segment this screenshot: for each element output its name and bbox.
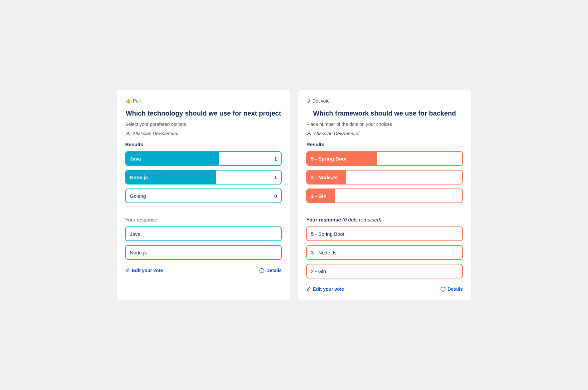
poll-author: Atlassian DevSamurai	[133, 131, 178, 136]
dotvote-header-label: Dot vote	[312, 98, 330, 104]
dotvote-response-springboot: 5 - Spring Boot	[306, 226, 463, 241]
dotvote-icon: ⊙	[306, 98, 310, 104]
poll-title: Which technology should we use for next …	[125, 109, 282, 118]
svg-point-2	[262, 269, 262, 270]
poll-footer: Edit your vote Details	[125, 268, 282, 273]
dotvote-details-button[interactable]: Details	[441, 286, 463, 292]
svg-point-5	[443, 288, 443, 288]
dotvote-person-icon	[306, 131, 312, 136]
dotvote-dots-remaining: (0 dots remained)	[342, 217, 382, 222]
poll-author-row: Atlassian DevSamurai	[125, 131, 282, 136]
poll-response-nodejs: Node.js	[125, 245, 282, 260]
dotvote-response-springboot-text: 5 - Spring Boot	[311, 231, 344, 237]
poll-header: 👍 Poll	[125, 98, 282, 104]
dotvote-author: Atlassian DevSamurai	[314, 131, 360, 136]
poll-edit-label: Edit your vote	[132, 268, 163, 273]
poll-icon: 👍	[125, 98, 131, 104]
dotvote-response-gin-text: 2 - Gin	[311, 268, 326, 274]
poll-results-label: Results	[125, 142, 282, 147]
svg-point-0	[127, 132, 129, 134]
poll-bar-java: Java 1	[125, 151, 282, 166]
dotvote-bar-nodejs: 3 - Node.Js	[306, 170, 463, 185]
poll-subtitle: Select your pprefered options	[125, 122, 282, 127]
dotvote-results-label: Results	[306, 142, 463, 147]
person-icon	[125, 131, 131, 136]
poll-bar-nodejs: Node.js 1	[125, 170, 282, 185]
poll-response-nodejs-text: Node.js	[130, 250, 147, 255]
poll-details-label: Details	[266, 268, 282, 273]
dotvote-response-nodejs-text: 3 - Node.Js	[311, 250, 337, 255]
dotvote-bar-springboot-fill: 5 - Spring Boot	[307, 152, 377, 165]
poll-bar-golang-label: Golang	[130, 193, 146, 199]
poll-edit-button[interactable]: Edit your vote	[125, 268, 163, 273]
poll-bar-nodejs-fill: Node.js	[126, 171, 216, 184]
dotvote-edit-button[interactable]: Edit your vote	[306, 286, 344, 292]
dotvote-header: ⊙ Dot vote	[306, 98, 463, 104]
svg-point-3	[308, 132, 310, 134]
dotvote-footer: Edit your vote Details	[306, 286, 463, 292]
poll-header-label: Poll	[133, 98, 141, 104]
poll-card: 👍 Poll Which technology should we use fo…	[117, 90, 290, 300]
dotvote-bar-nodejs-fill: 3 - Node.Js	[307, 171, 346, 184]
dotvote-bar-springboot: 5 - Spring Boot	[306, 151, 463, 166]
poll-details-button[interactable]: Details	[259, 268, 282, 273]
poll-bar-golang: Golang 0	[125, 189, 282, 203]
dotvote-author-row: Atlassian DevSamurai	[306, 131, 463, 136]
dotvote-your-response-label: Your response (0 dots remained)	[306, 217, 463, 222]
dotvote-details-label: Details	[447, 286, 463, 292]
poll-bar-golang-count: 0	[274, 193, 277, 199]
dotvote-title: Which framework should we use for backen…	[306, 109, 463, 118]
dotvote-bar-gin-fill: 2 - Gin	[307, 189, 335, 202]
dotvote-response-nodejs: 3 - Node.Js	[306, 245, 463, 260]
dotvote-subtitle: Place number of the dots on your choices	[306, 122, 463, 127]
page-container: 👍 Poll Which technology should we use fo…	[104, 77, 484, 313]
poll-bar-nodejs-count: 1	[274, 175, 277, 180]
dotvote-bar-gin: 2 - Gin	[306, 189, 463, 203]
poll-bar-java-fill: Java	[126, 152, 219, 165]
poll-response-java: Java	[125, 226, 282, 241]
poll-your-response-label: Your response	[125, 217, 282, 222]
poll-bar-java-count: 1	[274, 156, 277, 162]
poll-response-java-text: Java	[130, 231, 141, 237]
dotvote-response-gin: 2 - Gin	[306, 264, 463, 278]
dotvote-edit-label: Edit your vote	[313, 286, 344, 292]
dotvote-card: ⊙ Dot vote Which framework should we use…	[298, 90, 471, 300]
